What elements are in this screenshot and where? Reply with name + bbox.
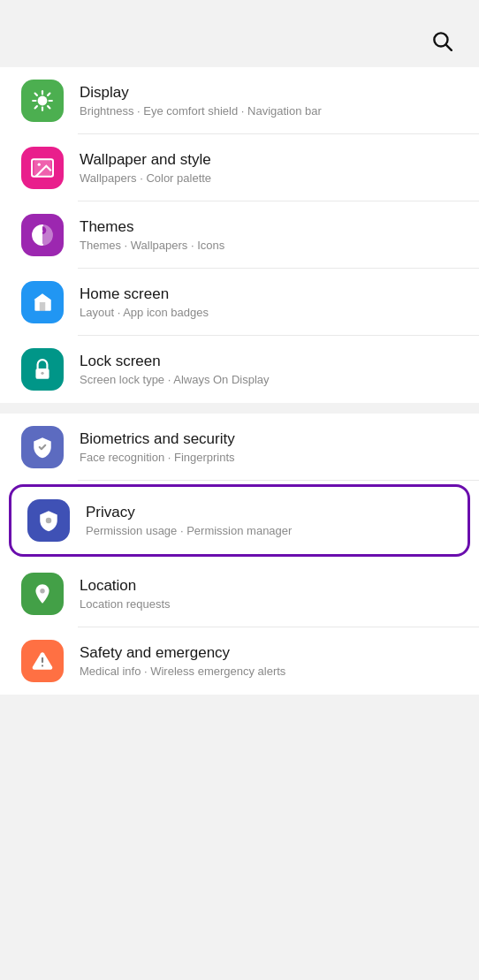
svg-line-8 bbox=[48, 106, 49, 108]
lockscreen-icon bbox=[21, 348, 64, 391]
settings-item-privacy[interactable]: PrivacyPermission usage · Permission man… bbox=[9, 484, 470, 557]
svg-point-15 bbox=[41, 372, 43, 375]
safety-text: Safety and emergencyMedical info · Wirel… bbox=[80, 644, 458, 678]
homescreen-icon bbox=[21, 281, 64, 323]
svg-point-16 bbox=[46, 518, 52, 524]
location-subtitle: Location requests bbox=[80, 597, 458, 611]
biometrics-subtitle: Face recognition · Fingerprints bbox=[80, 451, 458, 464]
location-text: LocationLocation requests bbox=[80, 577, 458, 611]
privacy-icon bbox=[27, 499, 70, 542]
privacy-subtitle: Permission usage · Permission manager bbox=[86, 524, 452, 537]
themes-title: Themes bbox=[80, 218, 458, 236]
svg-point-17 bbox=[40, 589, 44, 593]
svg-text:T: T bbox=[37, 229, 43, 241]
homescreen-title: Home screen bbox=[80, 285, 458, 303]
settings-item-safety[interactable]: Safety and emergencyMedical info · Wirel… bbox=[0, 627, 479, 695]
lockscreen-text: Lock screenScreen lock type · Always On … bbox=[80, 353, 458, 386]
settings-item-themes[interactable]: TThemesThemes · Wallpapers · Icons bbox=[0, 201, 479, 269]
header bbox=[0, 0, 479, 67]
settings-item-homescreen[interactable]: Home screenLayout · App icon badges bbox=[0, 269, 479, 336]
safety-subtitle: Medical info · Wireless emergency alerts bbox=[80, 665, 458, 678]
svg-line-9 bbox=[48, 94, 49, 95]
privacy-title: Privacy bbox=[86, 504, 452, 521]
safety-icon bbox=[21, 640, 64, 682]
section-divider bbox=[0, 403, 479, 414]
wallpaper-subtitle: Wallpapers · Color palette bbox=[80, 171, 458, 185]
biometrics-text: Biometrics and securityFace recognition … bbox=[80, 430, 458, 464]
svg-line-10 bbox=[35, 106, 37, 108]
lockscreen-subtitle: Screen lock type · Always On Display bbox=[80, 373, 458, 386]
biometrics-title: Biometrics and security bbox=[80, 430, 458, 448]
settings-item-biometrics[interactable]: Biometrics and securityFace recognition … bbox=[0, 414, 479, 481]
svg-line-1 bbox=[446, 45, 452, 50]
svg-line-7 bbox=[35, 94, 37, 95]
display-subtitle: Brightness · Eye comfort shield · Naviga… bbox=[80, 104, 458, 118]
biometrics-icon bbox=[21, 426, 64, 468]
themes-icon: T bbox=[21, 214, 64, 256]
settings-item-lockscreen[interactable]: Lock screenScreen lock type · Always On … bbox=[0, 336, 479, 403]
themes-text: ThemesThemes · Wallpapers · Icons bbox=[80, 218, 458, 252]
display-text: DisplayBrightness · Eye comfort shield ·… bbox=[80, 84, 458, 118]
svg-point-12 bbox=[38, 163, 41, 166]
svg-point-2 bbox=[38, 96, 48, 106]
wallpaper-title: Wallpaper and style bbox=[80, 151, 458, 169]
location-title: Location bbox=[80, 577, 458, 595]
display-icon bbox=[21, 80, 64, 122]
themes-subtitle: Themes · Wallpapers · Icons bbox=[80, 239, 458, 252]
display-title: Display bbox=[80, 84, 458, 102]
homescreen-subtitle: Layout · App icon badges bbox=[80, 306, 458, 319]
safety-title: Safety and emergency bbox=[80, 644, 458, 662]
settings-item-location[interactable]: LocationLocation requests bbox=[0, 560, 479, 627]
wallpaper-icon bbox=[21, 147, 64, 189]
settings-item-wallpaper[interactable]: Wallpaper and styleWallpapers · Color pa… bbox=[0, 134, 479, 201]
location-icon bbox=[21, 573, 64, 615]
privacy-text: PrivacyPermission usage · Permission man… bbox=[86, 504, 452, 537]
homescreen-text: Home screenLayout · App icon badges bbox=[80, 285, 458, 319]
settings-item-display[interactable]: DisplayBrightness · Eye comfort shield ·… bbox=[0, 67, 479, 134]
wallpaper-text: Wallpaper and styleWallpapers · Color pa… bbox=[80, 151, 458, 185]
lockscreen-title: Lock screen bbox=[80, 353, 458, 370]
search-button[interactable] bbox=[426, 25, 458, 57]
